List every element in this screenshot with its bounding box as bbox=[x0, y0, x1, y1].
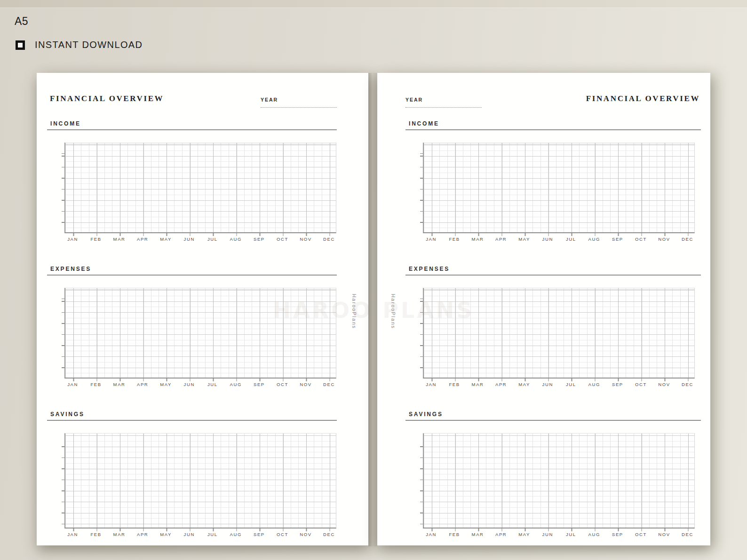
month-label: FEB bbox=[449, 532, 460, 537]
size-label: A5 bbox=[15, 15, 28, 28]
month-label: AUG bbox=[588, 532, 600, 537]
income-month-axis: JANFEBMARAPRMAYJUNJULAUGSEPOCTNOVDEC bbox=[423, 237, 695, 243]
section-savings: SAVINGS JANFEBMARAPRMAYJUNJULAUGSEPOCTNO… bbox=[47, 411, 337, 538]
month-label: APR bbox=[495, 237, 507, 242]
savings-month-axis: JANFEBMARAPRMAYJUNJULAUGSEPOCTNOVDEC bbox=[423, 532, 695, 538]
month-label: APR bbox=[495, 532, 507, 537]
month-label: JAN bbox=[67, 532, 78, 537]
month-label: OCT bbox=[277, 237, 288, 242]
month-label: AUG bbox=[588, 237, 600, 242]
month-label: SEP bbox=[254, 532, 265, 537]
income-chart-grid bbox=[423, 142, 695, 233]
savings-chart-grid bbox=[64, 433, 336, 528]
month-label: APR bbox=[137, 532, 148, 537]
month-label: JUN bbox=[184, 237, 195, 242]
month-label: JUL bbox=[566, 237, 576, 242]
page-title: FINANCIAL OVERVIEW bbox=[586, 94, 701, 103]
month-label: MAR bbox=[472, 237, 484, 242]
section-savings: SAVINGS JANFEBMARAPRMAYJUNJULAUGSEPOCTNO… bbox=[405, 411, 701, 538]
month-label: AUG bbox=[230, 382, 242, 387]
expenses-month-axis: JANFEBMARAPRMAYJUNJULAUGSEPOCTNOVDEC bbox=[64, 382, 336, 388]
month-label: JUN bbox=[542, 532, 553, 537]
month-label: SEP bbox=[612, 237, 623, 242]
income-chart: JANFEBMARAPRMAYJUNJULAUGSEPOCTNOVDEC bbox=[423, 142, 695, 243]
month-label: JUL bbox=[207, 237, 218, 242]
month-label: JUL bbox=[207, 382, 218, 387]
big-watermark: HAROO PLANS bbox=[273, 298, 475, 323]
section-income: INCOME JANFEBMARAPRMAYJUNJULAUGSEPOCTNOV… bbox=[47, 120, 337, 243]
savings-chart-grid bbox=[423, 433, 695, 528]
month-label: OCT bbox=[277, 382, 288, 387]
month-label: SEP bbox=[612, 382, 623, 387]
month-label: AUG bbox=[230, 237, 242, 242]
month-label: FEB bbox=[90, 237, 101, 242]
month-label: NOV bbox=[658, 382, 670, 387]
month-label: FEB bbox=[90, 382, 101, 387]
month-label: MAY bbox=[160, 382, 172, 387]
month-label: OCT bbox=[635, 237, 647, 242]
month-label: APR bbox=[495, 382, 507, 387]
month-label: JUL bbox=[566, 382, 576, 387]
month-label: AUG bbox=[230, 532, 242, 537]
top-strip bbox=[0, 0, 747, 8]
month-label: FEB bbox=[449, 237, 460, 242]
income-chart: JANFEBMARAPRMAYJUNJULAUGSEPOCTNOVDEC bbox=[64, 142, 336, 243]
month-label: NOV bbox=[658, 532, 670, 537]
month-label: APR bbox=[137, 237, 148, 242]
month-label: FEB bbox=[90, 532, 101, 537]
month-label: NOV bbox=[658, 237, 670, 242]
year-input-line bbox=[405, 107, 482, 108]
month-label: JUN bbox=[184, 382, 195, 387]
year-field: YEAR bbox=[261, 94, 337, 108]
section-expenses: EXPENSES JANFEBMARAPRMAYJUNJULAUGSEPOCTN… bbox=[405, 266, 701, 388]
checkbox-icon bbox=[16, 40, 25, 50]
income-title: INCOME bbox=[47, 120, 337, 130]
month-label: MAY bbox=[160, 237, 172, 242]
income-title: INCOME bbox=[405, 120, 701, 130]
month-label: MAR bbox=[472, 532, 484, 537]
month-label: MAR bbox=[113, 237, 126, 242]
month-label: JAN bbox=[67, 382, 78, 387]
month-label: DEC bbox=[323, 237, 335, 242]
month-label: JAN bbox=[426, 532, 437, 537]
month-label: DEC bbox=[682, 237, 693, 242]
month-label: JAN bbox=[426, 237, 437, 242]
month-label: JUL bbox=[207, 532, 218, 537]
month-label: JAN bbox=[67, 237, 78, 242]
month-label: MAR bbox=[472, 382, 484, 387]
month-label: JUN bbox=[542, 382, 553, 387]
month-label: OCT bbox=[635, 382, 647, 387]
savings-title: SAVINGS bbox=[405, 411, 701, 421]
page-header: FINANCIAL OVERVIEW YEAR bbox=[405, 94, 701, 108]
savings-chart: JANFEBMARAPRMAYJUNJULAUGSEPOCTNOVDEC bbox=[423, 433, 695, 538]
savings-month-axis: JANFEBMARAPRMAYJUNJULAUGSEPOCTNOVDEC bbox=[64, 532, 336, 538]
month-label: SEP bbox=[612, 532, 623, 537]
month-label: NOV bbox=[300, 382, 311, 387]
month-label: JUL bbox=[566, 532, 576, 537]
month-label: AUG bbox=[588, 382, 600, 387]
savings-chart: JANFEBMARAPRMAYJUNJULAUGSEPOCTNOVDEC bbox=[64, 433, 336, 538]
month-label: DEC bbox=[323, 532, 335, 537]
product-preview: A5 INSTANT DOWNLOAD FINANCIAL OVERVIEW Y… bbox=[0, 0, 747, 560]
month-label: OCT bbox=[277, 532, 288, 537]
month-label: MAY bbox=[518, 382, 530, 387]
month-label: FEB bbox=[449, 382, 460, 387]
month-label: JAN bbox=[426, 382, 437, 387]
page-header: FINANCIAL OVERVIEW YEAR bbox=[47, 94, 337, 108]
instant-download-label: INSTANT DOWNLOAD bbox=[35, 39, 143, 50]
year-label: YEAR bbox=[405, 97, 423, 103]
month-label: MAR bbox=[113, 532, 126, 537]
savings-title: SAVINGS bbox=[47, 411, 337, 421]
year-field: YEAR bbox=[405, 94, 482, 108]
expenses-title: EXPENSES bbox=[47, 266, 337, 276]
month-label: OCT bbox=[635, 532, 647, 537]
year-label: YEAR bbox=[261, 97, 278, 103]
month-label: JUN bbox=[542, 237, 553, 242]
month-label: DEC bbox=[323, 382, 335, 387]
month-label: JUN bbox=[184, 532, 195, 537]
year-input-line bbox=[261, 107, 337, 108]
instant-download-badge: INSTANT DOWNLOAD bbox=[16, 39, 143, 50]
month-label: SEP bbox=[254, 237, 265, 242]
expenses-title: EXPENSES bbox=[405, 266, 701, 276]
section-expenses: EXPENSES JANFEBMARAPRMAYJUNJULAUGSEPOCTN… bbox=[47, 266, 337, 388]
